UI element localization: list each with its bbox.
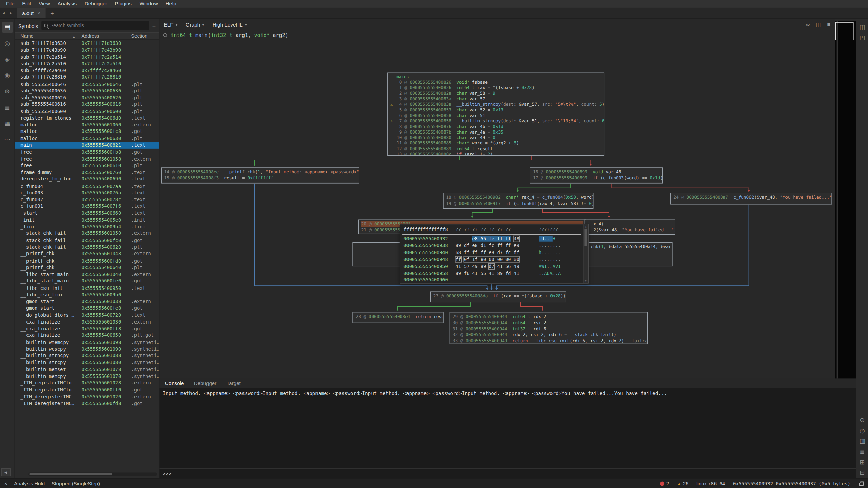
node-cfun002-fail[interactable]: 24 @ 00005555554008a7 c_fun002(&var_48, … [670,193,832,204]
menu-window[interactable]: Window [135,0,162,8]
symbol-row[interactable]: __printf_chk0x555555400640.plt [15,264,159,271]
symbol-row[interactable]: c_fun0020x55555540078c.text [15,196,159,203]
symbol-row[interactable]: __do_global_dtors_…0x555555400720.text [15,312,159,318]
symbol-row[interactable]: __builtin_wmemcpy0x555555601098.syntheti… [15,339,159,346]
scrollbar-thumb[interactable] [29,473,112,475]
symbols-hscrollbar[interactable] [28,472,157,476]
menu-analysis[interactable]: Analysis [54,0,80,8]
node-cfun004[interactable]: 18 @ 0000555555400902 char* rax_4 = c_fu… [443,193,593,209]
scrollbar-thumb[interactable] [584,229,587,246]
hex-scrollbar[interactable]: ▴ ▾ [583,224,588,283]
tab-close-icon[interactable]: × [37,11,40,16]
hex-popup[interactable]: fffffffffffffff8?? ?? ?? ?? ?? ?? ??????… [400,224,589,284]
nav-back-icon[interactable]: ◂ [0,11,7,16]
link-icon[interactable]: ∞ [806,22,810,28]
symbol-row[interactable]: sub_7ffff7c2a5140x7ffff7c2a514 [15,53,159,60]
types-sidebar-icon[interactable]: ◎ [2,38,13,49]
memory-icon[interactable]: ▦ [857,436,867,447]
symbol-row[interactable]: __builtin_wcscpy0x555555601090.syntheti… [15,346,159,352]
node-stack-fail[interactable]: 29 @ 0000555555400944 int64_t rdx_230 @ … [450,312,648,344]
column-address[interactable]: Address [82,33,100,39]
tab-aout[interactable]: a.out × [17,8,46,18]
symbol-row[interactable]: _ITM_deregisterTMC…0x555555600fd8.got [15,400,159,407]
symbol-row[interactable]: __stack_chk_fail0x555555400620.plt [15,244,159,250]
symbol-row[interactable]: free0x555555400610.plt [15,162,159,169]
menu-file[interactable]: File [2,0,18,8]
marker-sidebar-icon[interactable]: ◉ [2,70,13,81]
symbol-row[interactable]: sub_5555554006360x555555400636.plt [15,87,159,94]
symbol-row[interactable]: __builtin_strncpy0x555555601088.syntheti… [15,352,159,359]
terminal-icon[interactable]: ⊞ [857,457,867,468]
symbol-row[interactable]: __stack_chk_fail0x555555601050.extern [15,230,159,237]
feature-map[interactable] [835,21,856,378]
analysis-hold-icon[interactable]: × [4,481,7,486]
symbol-row[interactable]: malloc0x555555600fc8.got [15,128,159,135]
symbol-row[interactable]: __cxa_finalize0x555555400650.plt.got [15,332,159,339]
column-section[interactable]: Section [131,33,147,39]
memory-map-sidebar-icon[interactable]: ▦ [2,119,13,129]
view-options-icon[interactable]: ≡ [827,22,831,28]
menu-debugger[interactable]: Debugger [80,0,111,8]
symbol-row[interactable]: deregister_tm_clon…0x555555400690.text [15,176,159,182]
tab-debugger[interactable]: Debugger [194,381,217,386]
split-view-icon[interactable]: ◫ [816,22,821,28]
symbol-row[interactable]: sub_7ffff7fd36300x7ffff7fd3630 [15,40,159,47]
symbol-row[interactable]: c_fun0010x5555554007f6.text [15,203,159,210]
menu-view[interactable]: View [35,0,54,8]
symbol-row[interactable]: c_fun0030x55555540076a.text [15,189,159,196]
cross-references-icon[interactable]: ◫ [857,22,867,33]
symbol-row[interactable]: _start0x555555400660.text [15,210,159,216]
symbol-row[interactable]: _ITM_registerTMClo…0x555555601028.extern [15,380,159,386]
layout-dropdown[interactable]: Graph▾ [186,22,204,28]
symbol-row[interactable]: __builtin_memcpy0x555555601070.syntheti… [15,373,159,380]
find-icon[interactable]: ⊙ [857,415,867,425]
graph-canvas[interactable]: fffffffffffffff8?? ?? ?? ?? ?? ?? ??????… [159,40,835,378]
symbol-row[interactable]: sub_7ffff7c43b900x7ffff7c43b90 [15,47,159,53]
symbol-row[interactable]: free0x555555601058.extern [15,155,159,162]
symbol-row[interactable]: __printf_chk0x555555601048.extern [15,250,159,257]
symbol-row[interactable]: c_fun0040x5555554007aa.text [15,182,159,189]
function-state-icon[interactable] [163,33,167,37]
menu-plugins[interactable]: Plugins [111,0,136,8]
scroll-down-icon[interactable]: ▾ [584,279,588,283]
symbol-row[interactable]: _init0x5555554005e0.init [15,216,159,223]
symbol-row[interactable]: __gmon_start__0x555555600fe8.got [15,305,159,312]
symbol-row[interactable]: main0x555555400821.text [15,142,159,149]
symbol-row[interactable]: __libc_csu_init0x555555400950.text [15,284,159,291]
scroll-up-icon[interactable]: ▴ [584,224,588,229]
symbol-row[interactable]: sub_5555554006260x555555400626.plt [15,94,159,101]
nav-forward-icon[interactable]: ▸ [7,11,14,16]
symbol-row[interactable]: __cxa_finalize0x555555600ff8.got [15,325,159,332]
symbol-row[interactable]: _ITM_deregisterTMC…0x555555601020.extern [15,393,159,400]
il-level-dropdown[interactable]: High Level IL▾ [213,22,247,28]
symbol-row[interactable]: __libc_start_main0x555555601040.extern [15,271,159,278]
mini-graph-icon[interactable]: ◰ [857,33,867,43]
menu-help[interactable]: Help [162,0,180,8]
symbol-row[interactable]: __libc_start_main0x555555600fe0.got [15,278,159,284]
symbol-row[interactable]: malloc0x555555601060.extern [15,121,159,128]
notifications-icon[interactable]: ◀ [1,468,11,476]
symbol-row[interactable]: __builtin_memset0x555555601078.syntheti… [15,366,159,373]
symbol-row[interactable]: __cxa_finalize0x555555601030.extern [15,318,159,325]
error-count-badge[interactable]: 2 [660,481,669,486]
console-prompt-input[interactable]: >>> [159,468,856,478]
tab-target[interactable]: Target [227,381,241,386]
warning-count-badge[interactable]: ▲26 [677,481,688,486]
stack-sidebar-icon[interactable]: ≣ [2,103,13,113]
history-icon[interactable]: ◷ [857,425,867,436]
symbol-row[interactable]: sub_5555554006160x555555400616.plt [15,101,159,108]
symbol-row[interactable]: sub_7ffff7c2a5100x7ffff7c2a510 [15,60,159,67]
lock-icon[interactable] [859,482,864,486]
symbol-row[interactable]: frame_dummy0x555555400760.text [15,169,159,176]
node-stack-check[interactable]: 27 @ 00005555554008da if (rax == *(fsbas… [430,291,566,302]
search-input[interactable]: Search symbols [41,21,149,30]
tab-console[interactable]: Console [165,381,184,386]
view-type-dropdown[interactable]: ELF▾ [164,22,178,28]
symbol-row[interactable]: sub_7ffff7c2a4600x7ffff7c2a460 [15,67,159,74]
more-panels-icon[interactable]: ⋯ [2,135,13,145]
symbol-row[interactable]: __printf_chk0x555555600fd0.got [15,257,159,264]
console-output[interactable]: Input method: <appname> <password>Input … [159,388,856,468]
new-tab-button[interactable]: + [50,10,54,17]
symbol-row[interactable]: free0x555555600fb8.got [15,149,159,155]
log-icon[interactable]: ⊟ [857,468,867,478]
